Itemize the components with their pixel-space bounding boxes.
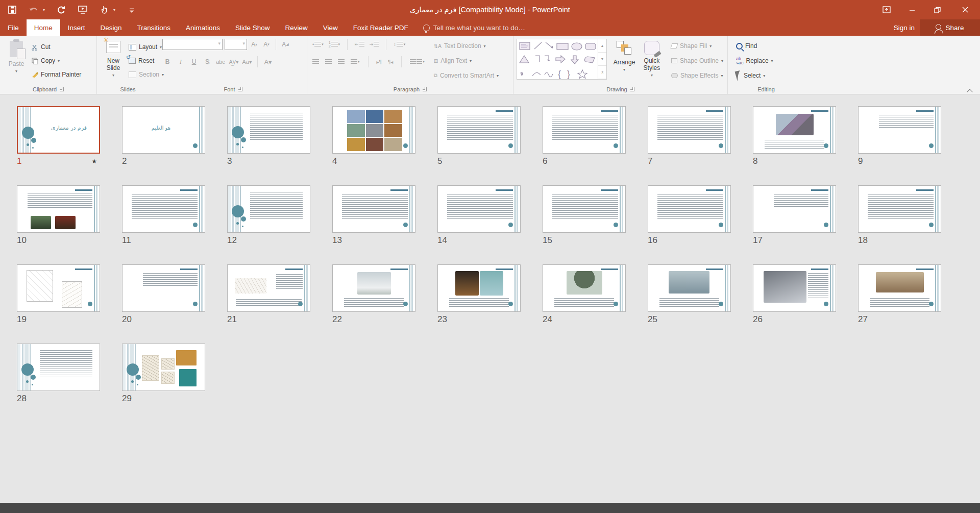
shape-outline-button[interactable]: Shape Outline▾	[669, 55, 725, 67]
close-button[interactable]	[950, 0, 980, 19]
copy-button[interactable]: Copy▾	[30, 55, 83, 67]
clear-formatting-icon[interactable]: A◢	[280, 39, 290, 50]
slide-thumbnail-10[interactable]	[17, 185, 100, 233]
slide-thumbnail-15[interactable]	[543, 185, 626, 233]
slide-thumbnail-1[interactable]: فرم در معماری	[17, 106, 100, 154]
format-painter-button[interactable]: Format Painter	[30, 68, 83, 81]
quick-styles-button[interactable]: Quick Styles▾	[638, 38, 666, 85]
slide-thumbnail-23[interactable]	[437, 264, 521, 312]
slide-thumbnail-18[interactable]	[858, 185, 941, 233]
clipboard-dialog-launcher-icon[interactable]	[60, 87, 64, 91]
font-dialog-launcher-icon[interactable]	[238, 87, 242, 91]
slide-number: 20	[122, 314, 132, 325]
share-button[interactable]: Share	[920, 19, 980, 36]
find-button[interactable]: Find	[734, 40, 775, 52]
underline-button[interactable]: U	[189, 56, 199, 67]
tab-foxit-reader-pdf[interactable]: Foxit Reader PDF	[346, 19, 416, 36]
slide-thumbnail-16[interactable]	[648, 185, 731, 233]
shapes-gallery[interactable]: { } ▲▼⊼	[517, 39, 607, 80]
numbering-icon[interactable]: 12▾	[329, 41, 340, 48]
collapse-ribbon-icon[interactable]	[968, 88, 973, 91]
columns-icon[interactable]: ▾	[410, 59, 425, 65]
tab-view[interactable]: View	[315, 19, 346, 36]
arrange-button[interactable]: Arrange▾	[611, 38, 638, 85]
select-button[interactable]: Select▾	[734, 69, 775, 82]
ribbon-display-options-icon[interactable]	[874, 0, 899, 19]
shape-fill-button[interactable]: Shape Fill▾	[669, 40, 725, 52]
shapes-gallery-scrollbar[interactable]: ▲▼⊼	[598, 39, 606, 79]
slide-cell-9: 9	[858, 106, 963, 166]
shape-effects-button[interactable]: Shape Effects▾	[669, 69, 725, 82]
slide-thumbnail-9[interactable]	[858, 106, 941, 154]
cut-button[interactable]: Cut	[30, 41, 83, 53]
decrease-font-icon[interactable]: A▾	[261, 39, 272, 50]
replace-button[interactable]: ab⤷ac Replace▾	[734, 55, 775, 67]
text-shadow-button[interactable]: S	[202, 56, 212, 67]
align-center-icon[interactable]	[325, 59, 332, 65]
tab-home[interactable]: Home	[27, 19, 60, 36]
align-right-icon[interactable]	[338, 59, 345, 65]
rtl-direction-icon[interactable]: ¶◂	[388, 59, 393, 65]
slide-thumbnail-24[interactable]	[543, 264, 626, 312]
slide-thumbnail-14[interactable]	[437, 185, 521, 233]
slide-thumbnail-27[interactable]	[858, 264, 941, 312]
align-text-button[interactable]: ⊞ Align Text▾	[432, 55, 501, 67]
slide-thumbnail-28[interactable]	[17, 344, 100, 391]
slide-thumbnail-8[interactable]	[753, 106, 836, 154]
paste-button[interactable]: Paste▾	[3, 38, 30, 85]
slide-thumbnail-2[interactable]: هو العليم	[122, 106, 205, 154]
tab-review[interactable]: Review	[277, 19, 315, 36]
strikethrough-button[interactable]: abc	[215, 56, 226, 67]
slide-thumbnail-7[interactable]	[648, 106, 731, 154]
cursor-icon	[735, 70, 743, 81]
slide-cell-12: 12	[227, 185, 332, 246]
decrease-indent-icon[interactable]: ⇤	[355, 42, 364, 47]
drawing-dialog-launcher-icon[interactable]	[630, 87, 634, 91]
change-case-button[interactable]: Aa▾	[242, 56, 252, 67]
sign-in-link[interactable]: Sign in	[894, 19, 915, 36]
slide-thumbnail-26[interactable]	[753, 264, 836, 312]
bold-button[interactable]: B	[162, 56, 173, 67]
slide-thumbnail-25[interactable]	[648, 264, 731, 312]
new-slide-button[interactable]: New Slide▾	[100, 38, 127, 85]
slide-cell-18: 18	[858, 185, 963, 246]
tab-slide-show[interactable]: Slide Show	[228, 19, 278, 36]
paragraph-dialog-launcher-icon[interactable]	[423, 87, 427, 91]
line-spacing-icon[interactable]: ↕▾	[394, 42, 405, 47]
increase-indent-icon[interactable]: ⇥	[370, 42, 379, 47]
italic-button[interactable]: I	[176, 56, 186, 67]
slide-thumbnail-29[interactable]	[122, 344, 205, 391]
tab-insert[interactable]: Insert	[60, 19, 93, 36]
slide-thumbnail-20[interactable]	[122, 264, 205, 312]
slide-thumbnail-4[interactable]	[332, 106, 415, 154]
slide-thumbnail-6[interactable]	[543, 106, 626, 154]
ltr-direction-icon[interactable]: ▸¶	[377, 59, 382, 65]
tell-me-box[interactable]: Tell me what you want to do…	[416, 19, 532, 36]
increase-font-icon[interactable]: A▴	[249, 39, 259, 50]
tab-transitions[interactable]: Transitions	[130, 19, 179, 36]
slide-thumbnail-5[interactable]	[437, 106, 521, 154]
bullets-icon[interactable]: •▾	[312, 42, 324, 47]
character-spacing-button[interactable]: A͜V▾	[229, 56, 239, 67]
font-color-button[interactable]: A▾	[263, 56, 273, 67]
tab-file[interactable]: File	[0, 19, 27, 36]
slide-thumbnail-21[interactable]	[227, 264, 310, 312]
restore-button[interactable]	[925, 0, 950, 19]
minimize-button[interactable]	[899, 0, 925, 19]
slide-thumbnail-13[interactable]	[332, 185, 415, 233]
slide-thumbnail-3[interactable]	[227, 106, 310, 154]
text-direction-button[interactable]: ⇅A Text Direction▾	[432, 40, 501, 52]
align-left-icon[interactable]	[312, 59, 319, 65]
tab-design[interactable]: Design	[93, 19, 130, 36]
slide-thumbnail-19[interactable]	[17, 264, 100, 312]
tab-animations[interactable]: Animations	[178, 19, 228, 36]
slide-thumbnail-11[interactable]	[122, 185, 205, 233]
slide-thumbnail-17[interactable]	[753, 185, 836, 233]
convert-smartart-button[interactable]: ⧉ Convert to SmartArt▾	[432, 69, 501, 82]
slide-thumbnail-12[interactable]	[227, 185, 310, 233]
slide-number: 17	[753, 235, 763, 246]
font-size-combo[interactable]	[225, 39, 247, 50]
justify-icon[interactable]: ▾	[351, 59, 360, 65]
slide-thumbnail-22[interactable]	[332, 264, 415, 312]
font-name-combo[interactable]	[162, 39, 223, 50]
